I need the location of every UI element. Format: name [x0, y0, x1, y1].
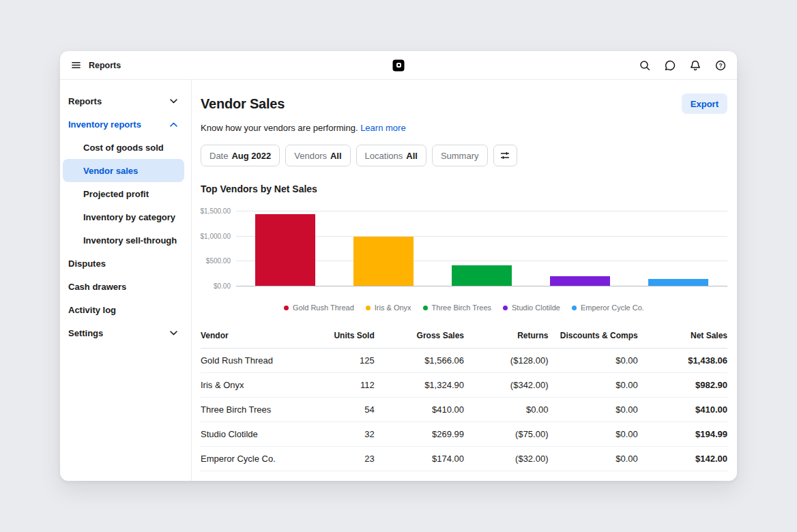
- chart-legend: Gold Rush Thread Iris & Onyx Three Birch…: [201, 304, 727, 312]
- value-cell: $174.00: [375, 447, 464, 471]
- table-row-studio-clotilde: Studio Clotilde32$269.99($75.00)$0.00$19…: [201, 422, 727, 447]
- legend-dot: [284, 306, 289, 310]
- value-cell: ($342.00): [464, 373, 549, 398]
- table-header-row: VendorUnits SoldGross SalesReturnsDiscou…: [201, 327, 727, 349]
- legend-item-gold-rush-thread: Gold Rush Thread: [284, 304, 354, 312]
- legend-label: Emperor Cycle Co.: [581, 304, 644, 312]
- sidebar-item-label: Projected profit: [83, 189, 177, 199]
- sidebar-item-projected-profit[interactable]: Projected profit: [63, 182, 184, 205]
- subtitle-text: Know how your vendors are performing.: [201, 123, 358, 133]
- filter-bar: Date Aug 2022 Vendors All Locations All …: [201, 145, 727, 166]
- legend-dot: [366, 306, 371, 310]
- legend-dot: [572, 306, 577, 310]
- legend-item-emperor-cycle-co: Emperor Cycle Co.: [572, 304, 644, 312]
- vendor-cell: Three Birch Trees: [201, 398, 290, 422]
- legend-dot: [503, 306, 508, 310]
- column-header-discounts-comps: Discounts & Comps: [549, 327, 638, 349]
- value-cell: $1,324.90: [375, 373, 464, 398]
- x-axis-line: [236, 286, 727, 286]
- value-cell: $410.00: [638, 398, 727, 422]
- sidebar-item-label: Cost of goods sold: [83, 143, 177, 153]
- value-cell: $0.00: [549, 398, 638, 422]
- sidebar-item-label: Reports: [68, 96, 170, 106]
- legend-label: Studio Clotilde: [512, 304, 560, 312]
- value-cell: $269.99: [375, 422, 464, 447]
- filter-vendors[interactable]: Vendors All: [285, 145, 350, 166]
- column-header-returns: Returns: [464, 327, 549, 349]
- search-icon[interactable]: [638, 59, 652, 72]
- value-cell: 125: [290, 349, 375, 373]
- legend-item-iris-onyx: Iris & Onyx: [366, 304, 411, 312]
- sidebar-item-inventory-sell-through[interactable]: Inventory sell-through: [63, 228, 184, 252]
- bar-three-birch-trees[interactable]: [452, 265, 512, 286]
- learn-more-link[interactable]: Learn more: [360, 123, 405, 133]
- sidebar-item-label: Inventory sell-through: [83, 235, 177, 246]
- help-icon[interactable]: ?: [714, 59, 727, 72]
- sidebar-nav: Reports Inventory reports Cost of goods …: [60, 80, 192, 481]
- column-header-units-sold: Units Sold: [290, 327, 375, 349]
- filter-options-button[interactable]: [493, 145, 517, 166]
- value-cell: $982.90: [638, 373, 727, 398]
- page-title: Vendor Sales: [201, 96, 285, 112]
- sidebar-item-label: Disputes: [68, 258, 177, 269]
- filter-summary[interactable]: Summary: [432, 145, 488, 166]
- sidebar-item-cost-of-goods-sold[interactable]: Cost of goods sold: [63, 136, 184, 159]
- filter-value: All: [406, 151, 418, 161]
- value-cell: $0.00: [549, 447, 638, 471]
- legend-item-studio-clotilde: Studio Clotilde: [503, 304, 560, 312]
- value-cell: $1,566.06: [375, 349, 464, 373]
- y-axis-tick-label: $1,500.00: [201, 207, 231, 215]
- sidebar-item-activity-log[interactable]: Activity log: [63, 298, 184, 321]
- sidebar-item-label: Activity log: [68, 305, 177, 315]
- menu-icon[interactable]: [70, 59, 83, 72]
- desktop-background: Reports ? Reports: [0, 0, 797, 532]
- sidebar-item-inventory-reports[interactable]: Inventory reports: [63, 113, 184, 136]
- filter-label: Date: [209, 151, 228, 161]
- page-header: Vendor Sales Export: [201, 93, 727, 114]
- filter-locations[interactable]: Locations All: [356, 145, 426, 166]
- bar-studio-clotilde[interactable]: [550, 276, 610, 286]
- topbar-left: Reports: [70, 59, 121, 72]
- sidebar-item-disputes[interactable]: Disputes: [63, 252, 184, 275]
- vendor-sales-table: VendorUnits SoldGross SalesReturnsDiscou…: [201, 327, 727, 471]
- value-cell: $142.00: [638, 447, 727, 471]
- column-header-vendor: Vendor: [201, 327, 290, 349]
- sidebar-item-inventory-by-category[interactable]: Inventory by category: [63, 205, 184, 228]
- sidebar-item-cash-drawers[interactable]: Cash drawers: [63, 275, 184, 298]
- filter-value: Aug 2022: [231, 151, 271, 161]
- bar-iris-onyx[interactable]: [353, 237, 414, 286]
- sidebar-item-label: Vendor sales: [83, 166, 177, 176]
- column-header-gross-sales: Gross Sales: [375, 327, 464, 349]
- y-axis-tick-label: $1,000.00: [201, 232, 231, 239]
- value-cell: $0.00: [549, 422, 638, 447]
- value-cell: $0.00: [464, 398, 549, 422]
- value-cell: $0.00: [549, 349, 638, 373]
- value-cell: 32: [290, 422, 375, 447]
- bar-gold-rush-thread[interactable]: [255, 214, 315, 286]
- chart-plot-area: [236, 211, 727, 286]
- table-row-emperor-cycle-co: Emperor Cycle Co.23$174.00($32.00)$0.00$…: [201, 447, 727, 471]
- y-axis-tick-label: $0.00: [214, 282, 231, 290]
- export-button[interactable]: Export: [682, 93, 727, 114]
- chevron-down-icon: [170, 99, 177, 104]
- y-axis-tick-label: $500.00: [206, 257, 231, 265]
- table-row-three-birch-trees: Three Birch Trees54$410.00$0.00$0.00$410…: [201, 398, 727, 422]
- value-cell: ($128.00): [464, 349, 549, 373]
- bar-emperor-cycle-co[interactable]: [648, 279, 708, 286]
- sidebar-item-label: Inventory reports: [68, 119, 170, 130]
- sidebar-item-vendor-sales[interactable]: Vendor sales: [63, 159, 184, 182]
- chevron-down-icon: [170, 331, 177, 336]
- sidebar-item-reports[interactable]: Reports: [63, 89, 184, 113]
- chat-icon[interactable]: [663, 59, 677, 72]
- vendor-cell: Iris & Onyx: [201, 373, 290, 398]
- topbar: Reports ?: [60, 51, 737, 80]
- app-shell: Reports Inventory reports Cost of goods …: [60, 80, 737, 481]
- filter-value: All: [330, 151, 342, 161]
- filter-label: Summary: [441, 151, 479, 161]
- topbar-actions: ?: [638, 59, 727, 72]
- legend-item-three-birch-trees: Three Birch Trees: [423, 304, 491, 312]
- filter-date[interactable]: Date Aug 2022: [201, 145, 280, 166]
- bell-icon[interactable]: [689, 59, 702, 72]
- sidebar-item-settings[interactable]: Settings: [63, 321, 184, 344]
- value-cell: $0.00: [549, 373, 638, 398]
